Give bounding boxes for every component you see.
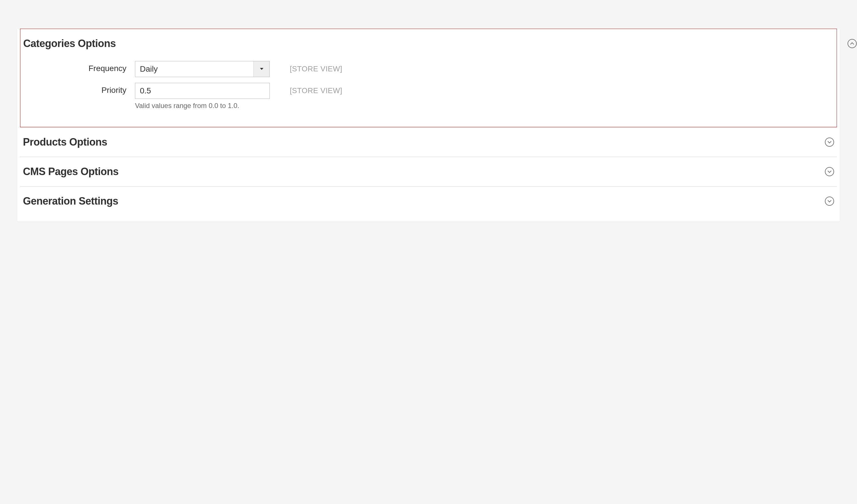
chevron-down-icon — [825, 196, 834, 206]
chevron-down-icon — [825, 167, 834, 176]
section-title: Categories Options — [23, 37, 116, 50]
field-label-frequency: Frequency — [26, 61, 135, 73]
scope-label: [STORE VIEW] — [270, 61, 342, 73]
section-title: CMS Pages Options — [23, 166, 119, 178]
chevron-up-icon[interactable] — [847, 39, 857, 48]
section-header-categories[interactable]: Categories Options — [20, 37, 837, 61]
settings-panel: Categories Options Frequency Daily [STOR… — [17, 29, 840, 222]
chevron-down-icon — [825, 138, 834, 147]
priority-hint: Valid values range from 0.0 to 1.0. — [135, 102, 270, 110]
frequency-select[interactable]: Daily — [135, 61, 270, 77]
section-generation-settings: Generation Settings — [20, 186, 837, 222]
section-products-options: Products Options — [20, 127, 837, 157]
section-body-categories: Frequency Daily [STORE VIEW] Priority Va… — [20, 61, 837, 110]
priority-input[interactable] — [135, 83, 270, 99]
chevron-down-icon — [253, 61, 269, 77]
section-header-generation[interactable]: Generation Settings — [20, 187, 837, 216]
scope-label: [STORE VIEW] — [270, 83, 342, 95]
field-row-frequency: Frequency Daily [STORE VIEW] — [26, 61, 831, 77]
section-header-products[interactable]: Products Options — [20, 127, 837, 157]
field-label-priority: Priority — [26, 83, 135, 95]
field-row-priority: Priority Valid values range from 0.0 to … — [26, 83, 831, 110]
section-title: Products Options — [23, 136, 107, 148]
section-title: Generation Settings — [23, 195, 118, 207]
frequency-select-value: Daily — [135, 61, 253, 77]
section-header-cms-pages[interactable]: CMS Pages Options — [20, 157, 837, 186]
section-categories-options: Categories Options Frequency Daily [STOR… — [20, 29, 837, 127]
section-cms-pages-options: CMS Pages Options — [20, 157, 837, 186]
